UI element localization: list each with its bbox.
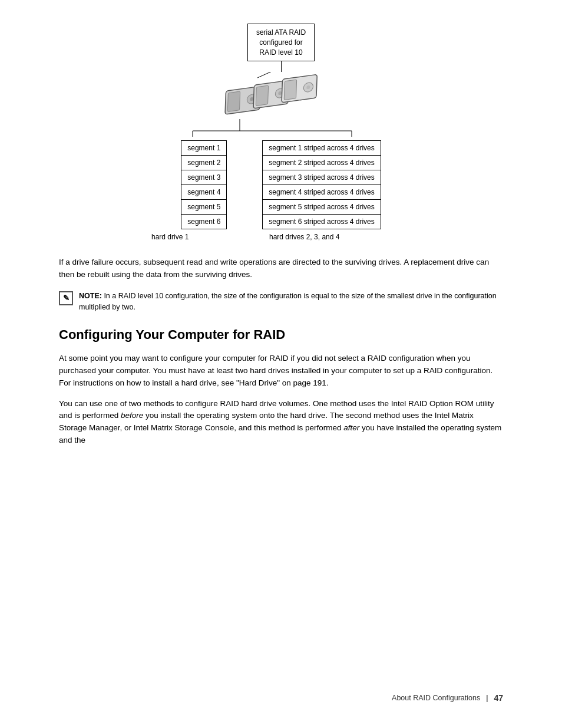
right-segment-cell: segment 5 striped across 4 drives — [263, 200, 381, 215]
footer-page-number: 47 — [494, 692, 503, 704]
page: serial ATA RAID configured for RAID leve… — [0, 0, 562, 728]
footer: About RAID Configurations | 47 — [0, 692, 562, 704]
paragraph-2: At some point you may want to configure … — [59, 353, 503, 390]
drive-labels: hard drive 1 hard drives 2, 3, and 4 — [140, 232, 422, 242]
left-segment-cell: segment 1 — [181, 141, 227, 156]
note-box: ✎ NOTE: In a RAID level 10 configuration… — [59, 291, 503, 313]
callout-connector — [281, 61, 282, 72]
right-segment-cell: segment 4 striped across 4 drives — [263, 185, 381, 200]
left-segment-cell: segment 3 — [181, 170, 227, 185]
left-segment-table: segment 1segment 2segment 3segment 4segm… — [181, 140, 227, 229]
callout-line3: RAID level 10 — [259, 48, 302, 57]
note-content: In a RAID level 10 configuration, the si… — [79, 292, 497, 311]
label-hard-drive-1: hard drive 1 — [140, 232, 257, 242]
footer-separator: | — [486, 693, 488, 704]
svg-rect-5 — [256, 85, 268, 106]
right-segment-cell: segment 6 striped across 4 drives — [263, 215, 381, 229]
left-segment-cell: segment 5 — [181, 200, 227, 215]
right-segment-table: segment 1 striped across 4 drivessegment… — [262, 140, 381, 229]
callout-box: serial ATA RAID configured for RAID leve… — [247, 24, 315, 61]
note-icon: ✎ — [59, 291, 73, 305]
diagram-top: serial ATA RAID configured for RAID leve… — [222, 24, 340, 119]
segments-row: segment 1segment 2segment 3segment 4segm… — [181, 140, 381, 229]
left-segment-cell: segment 4 — [181, 185, 227, 200]
fork-svg — [134, 119, 428, 137]
paragraph-1: If a drive failure occurs, subsequent re… — [59, 256, 503, 281]
svg-rect-1 — [227, 91, 240, 111]
paragraph-3: You can use one of two methods to config… — [59, 398, 503, 447]
diagram-wrapper: serial ATA RAID configured for RAID leve… — [59, 24, 503, 254]
para3-italic1: before — [121, 411, 143, 420]
right-segment-cell: segment 3 striped across 4 drives — [263, 170, 381, 185]
svg-line-12 — [257, 72, 281, 78]
para3-italic2: after — [343, 423, 359, 432]
left-segment-cell: segment 6 — [181, 215, 227, 229]
label-hard-drives-234: hard drives 2, 3, and 4 — [257, 232, 422, 242]
left-segment-cell: segment 2 — [181, 156, 227, 170]
callout-line2: configured for — [259, 38, 302, 47]
footer-label: About RAID Configurations — [392, 693, 480, 704]
note-label: NOTE: — [79, 292, 102, 300]
drives-svg — [222, 72, 340, 119]
svg-rect-9 — [284, 80, 296, 100]
section-heading: Configuring Your Computer for RAID — [59, 325, 503, 344]
note-text: NOTE: In a RAID level 10 configuration, … — [79, 291, 503, 313]
right-segment-cell: segment 2 striped across 4 drives — [263, 156, 381, 170]
drives-illustration — [222, 72, 340, 119]
right-segment-cell: segment 1 striped across 4 drives — [263, 141, 381, 156]
pencil-icon: ✎ — [63, 292, 70, 304]
callout-line1: serial ATA RAID — [256, 28, 306, 37]
